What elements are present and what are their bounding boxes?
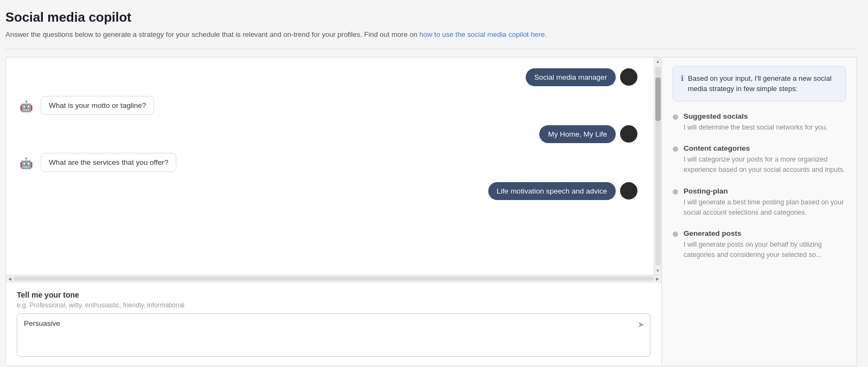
help-link[interactable]: how to use the social media copilot here… (419, 30, 547, 38)
send-icon: ➤ (637, 320, 644, 329)
vertical-scrollbar[interactable]: ▲ ▼ (654, 57, 661, 275)
avatar-2 (620, 125, 637, 143)
sidebar-step-3: Posting-plan I will generate a best time… (673, 187, 846, 218)
scroll-left-arrow[interactable]: ◀ (7, 276, 12, 281)
chat-outer: Social media manager 🤖 What is your mott… (6, 57, 661, 275)
bot-bubble-2: What are the services that you offer? (41, 153, 176, 172)
send-button[interactable]: ➤ (637, 319, 644, 330)
avatar-3 (620, 182, 637, 199)
bot-icon-2: 🤖 (17, 154, 35, 172)
step-dot-2 (673, 146, 678, 152)
chat-message-2: 🤖 What is your motto or tagline? (17, 96, 637, 115)
input-hint: e.g. Professional, witty, enthusiastic, … (17, 301, 650, 309)
sidebar-step-1: Suggested socials I will determine the b… (673, 112, 846, 133)
step-title-1: Suggested socials (684, 112, 827, 120)
input-section: Tell me your tone e.g. Professional, wit… (6, 282, 661, 365)
divider (5, 49, 857, 49)
step-title-2: Content categories (684, 144, 846, 152)
h-scroll-track (14, 276, 654, 281)
step-desc-1: I will determine the best social network… (684, 123, 827, 133)
chat-message-1: Social media manager (17, 68, 637, 86)
input-label: Tell me your tone (17, 291, 650, 299)
sidebar-info-text: Based on your input, I'll generate a new… (688, 73, 838, 94)
step-dot-1 (673, 114, 678, 120)
step-desc-2: I will categorize your posts for a more … (684, 154, 846, 175)
scroll-down-arrow[interactable]: ▼ (656, 267, 660, 275)
page-title: Social media copilot (5, 10, 857, 25)
text-input-wrapper: ➤ (17, 313, 650, 357)
chat-message-5: Life motivation speech and advice (17, 182, 637, 200)
user-bubble-1: Social media manager (526, 68, 616, 86)
sidebar-step-4: Generated posts I will generate posts on… (673, 229, 846, 260)
bot-icon-1: 🤖 (17, 97, 35, 115)
page-wrapper: Social media copilot Answer the question… (0, 0, 868, 367)
page-subtitle: Answer the questions below to generate a… (5, 29, 857, 40)
scroll-up-arrow[interactable]: ▲ (656, 57, 660, 66)
user-bubble-2: My Home, My Life (539, 125, 616, 143)
main-content: Social media manager 🤖 What is your mott… (5, 57, 857, 366)
step-dot-4 (673, 231, 678, 237)
chat-panel-inner: Social media manager 🤖 What is your mott… (6, 57, 661, 365)
scroll-thumb (655, 78, 661, 121)
chat-message-3: My Home, My Life (17, 125, 637, 143)
chat-messages-area: Social media manager 🤖 What is your mott… (6, 57, 654, 275)
step-content-2: Content categories I will categorize you… (684, 144, 846, 175)
sidebar-panel: ℹ Based on your input, I'll generate a n… (662, 57, 857, 366)
horizontal-scrollbar[interactable]: ◀ ▶ (6, 275, 661, 282)
step-content-3: Posting-plan I will generate a best time… (684, 187, 846, 218)
bot-bubble-1: What is your motto or tagline? (41, 96, 154, 115)
scroll-track (655, 67, 661, 266)
step-title-3: Posting-plan (684, 187, 846, 195)
step-desc-3: I will generate a best time posting plan… (684, 197, 846, 218)
info-icon: ℹ (681, 74, 684, 82)
sidebar-step-2: Content categories I will categorize you… (673, 144, 846, 175)
step-dot-3 (673, 189, 678, 195)
step-desc-4: I will generate posts on your behalf by … (684, 240, 846, 260)
avatar-1 (620, 68, 637, 86)
sidebar-info-box: ℹ Based on your input, I'll generate a n… (673, 66, 846, 101)
step-content-1: Suggested socials I will determine the b… (684, 112, 827, 133)
chat-message-4: 🤖 What are the services that you offer? (17, 153, 637, 172)
tone-input[interactable] (17, 314, 650, 355)
user-bubble-3: Life motivation speech and advice (488, 182, 616, 200)
step-title-4: Generated posts (684, 229, 846, 237)
chat-panel: Social media manager 🤖 What is your mott… (5, 57, 662, 366)
scroll-right-arrow[interactable]: ▶ (655, 276, 660, 281)
step-content-4: Generated posts I will generate posts on… (684, 229, 846, 260)
